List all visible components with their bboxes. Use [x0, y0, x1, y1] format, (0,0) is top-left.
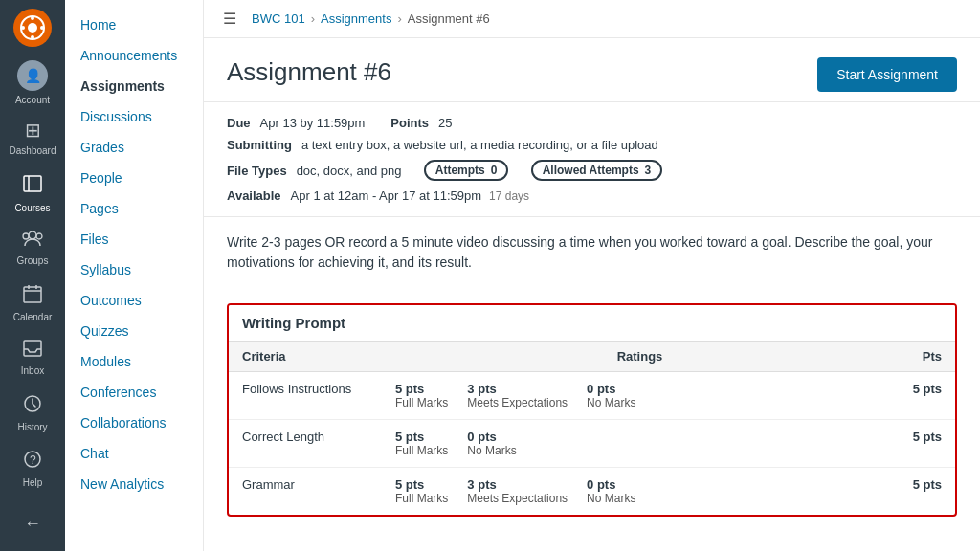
course-nav-collaborations[interactable]: Collaborations — [65, 408, 203, 438]
breadcrumb: ☰ BWC 101 › Assignments › Assignment #6 — [204, 0, 980, 38]
sidebar-item-history[interactable]: History — [0, 386, 65, 441]
meta-row-file-attempts: File Types doc, docx, and png Attempts 0… — [227, 156, 957, 185]
svg-rect-6 — [24, 176, 41, 191]
svg-point-8 — [23, 233, 29, 239]
table-row: Correct Length 5 pts Full Marks 0 pts No… — [229, 420, 955, 468]
course-nav-quizzes[interactable]: Quizzes — [65, 316, 203, 346]
svg-point-3 — [31, 35, 34, 39]
course-nav-discussions[interactable]: Discussions — [65, 101, 203, 132]
ratings-cell: 5 pts Full Marks 3 pts Meets Expectation… — [382, 372, 898, 420]
breadcrumb-page: Assignment #6 — [408, 11, 490, 26]
sidebar-item-courses[interactable]: Courses — [0, 165, 65, 221]
pts-cell: 5 pts — [898, 420, 955, 468]
course-nav-new-analytics[interactable]: New Analytics — [65, 469, 203, 499]
hamburger-menu[interactable]: ☰ — [223, 10, 236, 28]
help-label: Help — [23, 477, 43, 488]
course-nav-outcomes[interactable]: Outcomes — [65, 285, 203, 316]
course-nav-people[interactable]: People — [65, 163, 203, 193]
allowed-attempts-badge-value: 3 — [645, 164, 652, 177]
ratings-header: Ratings — [382, 342, 898, 372]
course-nav-announcements[interactable]: Announcements — [65, 40, 203, 71]
svg-point-7 — [29, 231, 36, 239]
criteria-cell: Correct Length — [229, 420, 382, 468]
svg-rect-11 — [24, 341, 41, 356]
pts-cell: 5 pts — [898, 468, 955, 516]
pts-header: Pts — [898, 342, 955, 372]
course-nav-grades[interactable]: Grades — [65, 132, 203, 163]
sidebar-item-groups[interactable]: Groups — [0, 220, 65, 276]
history-icon — [23, 394, 42, 418]
svg-rect-10 — [24, 287, 41, 302]
meta-row-submitting: Submitting a text entry box, a website u… — [227, 134, 957, 156]
svg-point-4 — [21, 26, 25, 30]
calendar-icon — [23, 284, 42, 308]
rating-item: 3 pts Meets Expectations — [467, 382, 587, 409]
courses-icon — [22, 173, 43, 199]
svg-point-9 — [36, 233, 42, 239]
course-nav-modules[interactable]: Modules — [65, 346, 203, 377]
inbox-label: Inbox — [21, 365, 44, 376]
rating-item: 0 pts No Marks — [467, 430, 516, 457]
points-label: Points — [390, 116, 429, 130]
rubric-table: Criteria Ratings Pts Follows Instruction… — [229, 342, 955, 515]
pts-cell: 5 pts — [898, 372, 955, 420]
attempts-badge: Attempts 0 — [424, 160, 509, 181]
file-types-label: File Types — [227, 164, 287, 178]
rubric-container: Writing Prompt Criteria Ratings Pts Foll… — [227, 303, 957, 517]
course-nav-pages[interactable]: Pages — [65, 193, 203, 224]
allowed-attempts-badge: Allowed Attempts 3 — [531, 160, 663, 181]
submitting-value: a text entry box, a website url, a media… — [301, 138, 658, 152]
history-label: History — [17, 422, 47, 432]
submitting-label: Submitting — [227, 138, 292, 152]
rating-item: 5 pts Full Marks — [395, 477, 467, 505]
rating-item: 3 pts Meets Expectations — [467, 477, 587, 505]
rubric-header-row: Criteria Ratings Pts — [229, 342, 955, 372]
ratings-cell: 5 pts Full Marks 0 pts No Marks — [382, 420, 898, 468]
course-nav-syllabus[interactable]: Syllabus — [65, 254, 203, 285]
available-label: Available — [227, 188, 281, 203]
start-assignment-button[interactable]: Start Assignment — [817, 57, 957, 92]
course-nav-assignments[interactable]: Assignments — [65, 71, 203, 101]
criteria-cell: Grammar — [229, 468, 382, 516]
collapse-button[interactable]: ← — [0, 496, 65, 551]
course-nav-files[interactable]: Files — [65, 224, 203, 254]
due-label: Due — [227, 116, 251, 130]
rubric-title: Writing Prompt — [229, 305, 955, 342]
attempts-badge-label: Attempts — [435, 164, 485, 177]
app-logo — [0, 0, 65, 55]
attempts-badge-value: 0 — [491, 164, 498, 177]
breadcrumb-section[interactable]: Assignments — [321, 11, 391, 26]
assignment-description: Write 2-3 pages OR record a 5 minute vid… — [227, 232, 957, 273]
assignment-title: Assignment #6 — [227, 57, 391, 87]
sidebar-item-inbox[interactable]: Inbox — [0, 331, 65, 386]
sidebar-item-help[interactable]: ? Help — [0, 441, 65, 496]
dashboard-label: Dashboard — [10, 145, 56, 156]
course-nav-home[interactable]: Home — [65, 10, 203, 40]
course-nav-conferences[interactable]: Conferences — [65, 377, 203, 408]
dashboard-icon: ⊞ — [25, 119, 41, 142]
course-nav-chat[interactable]: Chat — [65, 438, 203, 469]
svg-point-2 — [31, 16, 34, 20]
account-label: Account — [15, 95, 50, 105]
help-icon: ? — [23, 450, 42, 474]
logo-icon — [13, 9, 52, 47]
criteria-header: Criteria — [229, 342, 382, 372]
calendar-label: Calendar — [13, 312, 53, 322]
ratings-cell: 5 pts Full Marks 3 pts Meets Expectation… — [382, 468, 898, 516]
sidebar-item-calendar[interactable]: Calendar — [0, 276, 65, 331]
points-value: 25 — [438, 116, 452, 130]
sidebar-item-account[interactable]: 👤 Account — [0, 55, 65, 111]
available-days: 17 days — [489, 189, 529, 203]
sidebar-item-dashboard[interactable]: ⊞ Dashboard — [0, 110, 65, 165]
account-avatar: 👤 — [17, 60, 48, 91]
breadcrumb-course[interactable]: BWC 101 — [252, 11, 305, 26]
courses-label: Courses — [14, 203, 50, 213]
breadcrumb-sep-1: › — [311, 11, 315, 26]
rating-item: 0 pts No Marks — [587, 382, 635, 409]
course-navigation: Home Announcements Assignments Discussio… — [65, 0, 204, 551]
assignment-header: Assignment #6 Start Assignment — [204, 38, 980, 101]
criteria-cell: Follows Instructions — [229, 372, 382, 420]
file-types-value: doc, docx, and png — [297, 164, 402, 178]
collapse-icon: ← — [24, 514, 41, 534]
icon-navigation: 👤 Account ⊞ Dashboard Courses Groups — [0, 0, 65, 551]
